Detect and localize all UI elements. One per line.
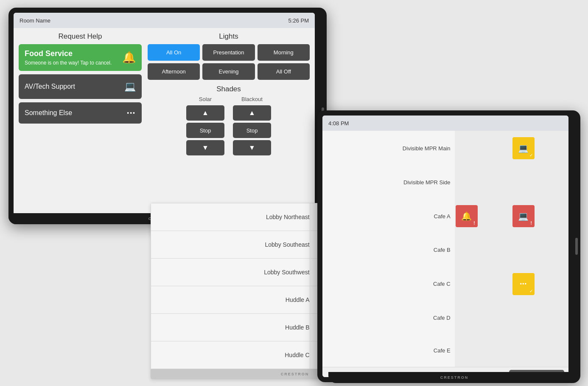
device2-time: 4:08 PM [328,120,349,127]
mpr-main-laptop-badge[interactable]: 💻 ✓ [512,137,535,159]
light-afternoon-button[interactable]: Afternoon [148,63,200,80]
laptop-icon: 💻 [518,211,529,221]
room-name-cell: Huddle C [151,341,310,369]
av-support-button[interactable]: AV/Tech Support 💻 [19,74,142,99]
something-else-label: Something Else [25,109,72,117]
shades-title: Shades [148,85,310,93]
food-service-label: Food Service [25,49,112,58]
device1-screen: Room Name 5:26 PM Request Help Food Serv… [14,13,315,219]
room-status-cell[interactable]: 💻 ✓ [512,131,568,166]
room-status-cell [455,131,512,166]
room-status-cell[interactable]: 💻 ! [512,199,568,234]
lights-shades-panel: Lights All On Presentation Morning After… [148,32,310,215]
table-row: Cafe D [322,301,568,334]
light-all-on-button[interactable]: All On [148,44,200,61]
device1-header: Room Name 5:26 PM [14,13,315,28]
request-help-panel: Request Help Food Service Someone is on … [19,32,142,215]
light-all-off-button[interactable]: All Off [258,63,310,80]
laptop-icon: 💻 [124,81,136,92]
room-status-cell [455,301,512,334]
cafe-a-bell-badge[interactable]: 🔔 ! [456,205,478,227]
shades-controls: Solar ▲ Stop ▼ Blackout ▲ Stop ▼ [148,96,310,155]
table-row: Cafe B [322,234,568,266]
check-sub: ✓ [529,153,533,158]
table-row: Cafe E [322,334,568,367]
device1-content: Request Help Food Service Someone is on … [14,28,315,219]
room-status-cell [512,334,568,367]
device2-bezel-footer: CRESTRON [328,372,580,383]
device2-table-wrapper: Divisible MPR Main 💻 ✓ Divisible MPR Sid… [322,131,568,367]
room-name-cell: Cafe B [322,234,455,266]
room-name-cell: Lobby Northeast [151,203,310,231]
solar-shade-col: Solar ▲ Stop ▼ [186,96,224,155]
room-status-cell[interactable]: ••• ✓ [512,266,568,301]
table-row: Divisible MPR Side [322,166,568,199]
bell-icon: 🔔 [461,211,472,221]
room-name-cell: Cafe E [322,334,455,367]
lobby-northeast-label: Lobby Northeast [266,214,310,220]
room-status-cell [455,266,512,301]
dots-icon: ••• [520,281,527,287]
device2-room-table: Divisible MPR Main 💻 ✓ Divisible MPR Sid… [322,131,568,367]
room-status-cell [455,234,512,266]
lobby-southeast-label: Lobby Southeast [265,241,310,248]
side-button[interactable] [575,238,578,255]
room-status-cell [455,334,512,367]
blackout-up-button[interactable]: ▲ [233,105,271,121]
device1-time: 5:26 PM [288,17,309,24]
room-name-cell: Lobby Southwest [151,259,310,286]
solar-stop-button[interactable]: Stop [186,123,224,138]
table-row: Divisible MPR Main 💻 ✓ [322,131,568,166]
excl-sub: ! [473,221,475,225]
solar-down-button[interactable]: ▼ [186,140,224,155]
room-name-cell: Huddle B [151,314,310,341]
huddle-c-label: Huddle C [285,352,309,358]
solar-label: Solar [199,96,212,102]
huddle-a-label: Huddle A [286,296,310,303]
room-status-cell [455,166,512,199]
dots-icon: ••• [127,110,136,116]
bell-icon: 🔔 [122,51,136,64]
device2-brand: CRESTRON [440,375,469,380]
huddle-b-label: Huddle B [285,324,310,331]
av-support-label: AV/Tech Support [25,83,75,90]
blackout-stop-button[interactable]: Stop [233,123,271,138]
check-sub: ✓ [529,289,533,293]
light-morning-button[interactable]: Morning [258,44,310,61]
room-name-cell: Lobby Southeast [151,231,310,259]
table-row: Cafe C ••• ✓ [322,266,568,301]
blackout-down-button[interactable]: ▼ [233,140,271,155]
light-presentation-button[interactable]: Presentation [202,44,255,61]
lights-grid: All On Presentation Morning Afternoon Ev… [148,44,310,80]
lobby-southwest-label: Lobby Southwest [264,269,309,276]
excl-sub: ! [530,221,532,225]
room-status-cell[interactable]: 🔔 ! [455,199,512,234]
device2-screen: 4:08 PM Divisible MPR Main 💻 ✓ [322,116,568,377]
room-status-cell [512,166,568,199]
room-name-cell: Huddle A [151,286,310,314]
blackout-shade-col: Blackout ▲ Stop ▼ [233,96,271,155]
room-status-cell [512,301,568,334]
room-name-cell: Cafe D [322,301,455,334]
laptop-icon: 💻 [518,143,529,153]
solar-up-button[interactable]: ▲ [186,105,224,121]
table-row: Cafe A 🔔 ! 💻 ! [322,199,568,234]
cafe-a-laptop-badge[interactable]: 💻 ! [512,205,535,227]
room-status-cell [512,234,568,266]
blackout-label: Blackout [241,96,263,102]
lights-title: Lights [148,32,310,41]
room-name-cell: Cafe A [322,199,455,234]
room-name-cell: Cafe C [322,266,455,301]
device2-header: 4:08 PM [322,116,568,131]
request-help-title: Request Help [19,32,142,41]
cafe-c-dots-badge[interactable]: ••• ✓ [512,273,535,295]
device1-tablet: Room Name 5:26 PM Request Help Food Serv… [8,8,327,224]
room-name-label: Room Name [20,17,50,24]
light-evening-button[interactable]: Evening [202,63,255,80]
something-else-button[interactable]: Something Else ••• [19,102,142,124]
device2-tablet: 4:08 PM Divisible MPR Main 💻 ✓ [317,110,580,382]
room-name-cell: Divisible MPR Side [322,166,455,199]
food-service-sub: Someone is on the way! Tap to cancel. [25,60,112,66]
food-service-button[interactable]: Food Service Someone is on the way! Tap … [19,44,142,71]
bottom-brand: CRESTRON [281,372,309,376]
